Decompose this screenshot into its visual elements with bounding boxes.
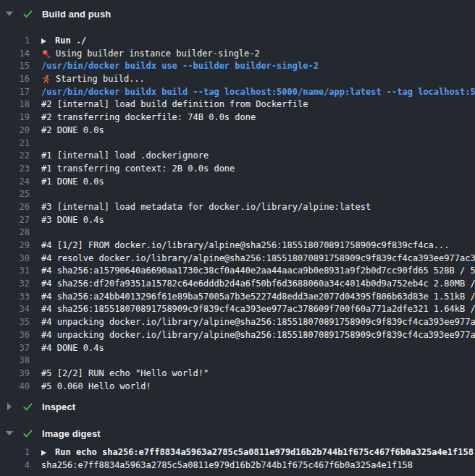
line-number[interactable]: 23 [0,163,30,176]
line-number[interactable]: 16 [0,73,30,86]
log-text: #4 resolve docker.io/library/alpine@sha2… [41,252,475,265]
log-text: #4 unpacking docker.io/library/alpine@sh… [41,316,475,329]
line-number[interactable]: 35 [0,316,30,329]
log-line: 17/usr/bin/docker buildx build --tag loc… [0,86,475,99]
line-number[interactable]: 27 [0,214,30,227]
log-text: #2 [internal] load build definition from… [41,98,308,111]
log-line: 32#4 sha256:df20fa9351a15782c64e6dddb2d4… [0,278,475,291]
log-line: 1Run echo sha256:e7ff8834a5963a2785c5a08… [0,446,475,459]
log-line: 20#2 DONE 0.0s [0,124,475,137]
log-line: 19#2 transferring dockerfile: 74B 0.0s d… [0,111,475,124]
log-text: #2 transferring dockerfile: 74B 0.0s don… [41,111,256,124]
log-line: 29#4 [1/2] FROM docker.io/library/alpine… [0,239,475,252]
line-number[interactable]: 32 [0,278,30,291]
line-number[interactable]: 17 [0,86,30,99]
line-number[interactable]: 33 [0,291,30,304]
log-text: #1 [internal] load .dockerignore [41,150,209,163]
log-text: #5 [2/2] RUN echo "Hello world!" [41,367,209,381]
log-line: 16Starting build... [0,73,475,86]
line-number[interactable]: 18 [0,98,30,111]
log-line: 14Using builder instance builder-single-… [0,48,475,61]
log-line: 33#4 sha256:a24bb4013296f61e89ba57005a7b… [0,291,475,304]
line-number[interactable]: 37 [0,342,30,355]
section-build-and-push: Build and push 1Run ./14Using builder in… [0,7,475,394]
line-number[interactable]: 38 [0,354,30,367]
line-number[interactable]: 22 [0,150,30,163]
log-line: 35#4 unpacking docker.io/library/alpine@… [0,316,475,329]
log-text: #3 DONE 0.4s [41,214,104,227]
section-inspect: Inspect [0,400,475,413]
log-line: 25 [0,188,475,201]
pushpin-icon [41,49,51,59]
line-number[interactable]: 1 [0,35,30,48]
line-number[interactable]: 34 [0,303,30,316]
log-line: 36#4 unpacking docker.io/library/alpine@… [0,329,475,342]
log-line: 4sha256:e7ff8834a5963a2785c5a0811e979d16… [0,459,475,472]
line-number[interactable]: 30 [0,252,30,265]
line-number[interactable]: 36 [0,329,30,342]
log-text: Run echo sha256:e7ff8834a5963a2785c5a081… [41,446,474,459]
line-number[interactable]: 26 [0,201,30,214]
log-text: #4 unpacking docker.io/library/alpine@sh… [41,329,475,342]
log-line: 34#4 sha256:185518070891758909c9f839cf4c… [0,303,475,316]
log-line: 40#5 0.060 Hello world! [0,381,475,394]
log-text: /usr/bin/docker buildx build --tag local… [41,86,475,99]
log-line: 22#1 [internal] load .dockerignore [0,150,475,163]
log-line: 27#3 DONE 0.4s [0,214,475,227]
line-number[interactable]: 19 [0,111,30,124]
log-line: 1Run ./ [0,35,475,48]
log-line: 37#4 DONE 0.4s [0,342,475,355]
section-header-inspect[interactable]: Inspect [0,400,475,413]
log-line: 23#1 transferring context: 2B 0.0s done [0,163,475,176]
log-lines-build-and-push: 1Run ./14Using builder instance builder-… [0,35,475,394]
log-text: #4 DONE 0.4s [41,342,104,355]
line-number[interactable]: 25 [0,188,30,201]
line-number[interactable]: 15 [0,60,30,73]
log-text: #4 sha256:185518070891758909c9f839cf4ca3… [41,303,475,316]
line-number[interactable]: 1 [0,446,30,459]
log-line: 39#5 [2/2] RUN echo "Hello world!" [0,367,475,381]
log-text: sha256:e7ff8834a5963a2785c5a0811e979d16b… [41,459,413,472]
section-title: Inspect [42,401,75,412]
log-line: 24#1 DONE 0.0s [0,176,475,189]
runner-icon [41,75,51,84]
check-success-icon [22,9,33,20]
log-line: 21 [0,137,475,150]
log-text: #4 sha256:a24bb4013296f61e89ba57005a7b3e… [41,291,475,304]
log-line: 26#3 [internal] load metadata for docker… [0,201,475,214]
expand-triangle-icon[interactable] [41,38,46,44]
log-text: Run ./ [41,35,86,48]
log-lines-image-digest: 1Run echo sha256:e7ff8834a5963a2785c5a08… [0,446,475,472]
section-title: Image digest [42,428,101,439]
line-number[interactable]: 31 [0,265,30,278]
chevron-down-icon[interactable] [6,12,13,16]
log-text: #2 DONE 0.0s [41,124,104,137]
log-line: 18#2 [internal] load build definition fr… [0,98,475,111]
log-line: 15/usr/bin/docker buildx use --builder b… [0,60,475,73]
log-text: #1 transferring context: 2B 0.0s done [41,163,235,176]
section-image-digest: Image digest 1Run echo sha256:e7ff8834a5… [0,427,475,472]
log-line: 31#4 sha256:a15790640a6690aa1730c38cf0a4… [0,265,475,278]
expand-triangle-icon[interactable] [41,450,46,456]
log-line: 38 [0,354,475,367]
section-header-image-digest[interactable]: Image digest [0,427,475,440]
line-number[interactable]: 21 [0,137,30,150]
line-number[interactable]: 29 [0,239,30,252]
line-number[interactable]: 40 [0,381,30,394]
chevron-down-icon[interactable] [6,431,13,435]
line-number[interactable]: 14 [0,48,30,61]
line-number[interactable]: 20 [0,124,30,137]
chevron-right-icon[interactable] [6,403,13,410]
workflow-log-panel: Build and push 1Run ./14Using builder in… [0,0,475,472]
section-header-build-and-push[interactable]: Build and push [0,7,475,20]
line-number[interactable]: 4 [0,459,30,472]
line-number[interactable]: 24 [0,176,30,189]
line-number[interactable]: 39 [0,367,30,381]
log-line: 28 [0,226,475,239]
check-success-icon [22,401,33,412]
line-number[interactable]: 28 [0,226,30,239]
log-text: #4 [1/2] FROM docker.io/library/alpine@s… [41,239,450,252]
log-text: #1 DONE 0.0s [41,176,104,189]
log-text: /usr/bin/docker buildx use --builder bui… [41,60,319,73]
check-success-icon [22,428,33,439]
